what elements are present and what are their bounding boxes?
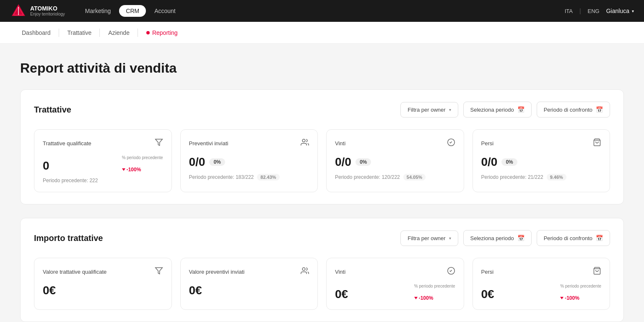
main-content: Report attività di vendita Trattative Fi… [0,44,644,322]
svg-point-4 [302,139,305,142]
prev-pct-badge: 54.05% [403,174,426,181]
card-title: Valore trattative qualificate [43,269,106,275]
prev-pct: -100% [565,295,579,301]
trophy-icon [447,138,455,149]
nav-marketing[interactable]: Marketing [78,5,117,17]
bag-icon [593,138,601,149]
filter-icon [155,138,163,149]
svg-marker-7 [155,268,162,274]
user-name: Gianluca [606,8,629,14]
nav-account[interactable]: Account [148,5,182,17]
subnav-dashboard[interactable]: Dashboard [13,22,59,44]
card-title: Valore preventivi inviati [189,269,245,275]
card-header: Valore preventivi inviati [189,267,309,277]
calendar-icon: 📅 [517,235,525,241]
users-icon [301,267,309,277]
card-title: Vinti [335,269,345,275]
subnav-reporting[interactable]: Reporting [138,22,186,44]
filter-owner-importo[interactable]: Filtra per owner ▾ [400,230,458,246]
card-valore-preventivi: Valore preventivi inviati 0€ [180,258,318,310]
trattative-section: Trattative Filtra per owner ▾ Seleziona … [20,89,624,204]
logo[interactable]: ATOMIKO Enjoy territoriology [10,3,65,19]
filter-period-importo[interactable]: Seleziona periodo 📅 [463,230,532,246]
trattative-cards: Trattative qualificate 0 % periodo prece… [34,129,610,192]
nav-crm[interactable]: CRM [119,5,146,17]
card-vinti-importo: Vinti 0€ % periodo precedente [326,258,464,310]
card-value: 0€ [43,284,56,297]
bag-icon [593,267,601,277]
card-valore-qualificate: Valore trattative qualificate 0€ [34,258,172,310]
lang-eng[interactable]: ENG [588,8,600,14]
importo-cards: Valore trattative qualificate 0€ Valore … [34,258,610,310]
calendar-icon: 📅 [517,106,525,113]
active-dot [146,31,150,34]
filter-period-label: Seleziona periodo [470,235,514,241]
lang-ita[interactable]: ITA [565,8,573,14]
filter-period-trattative[interactable]: Seleziona periodo 📅 [463,102,532,118]
svg-point-8 [302,268,305,271]
brand-name: ATOMIKO [30,5,65,12]
card-header: Trattative qualificate [43,138,163,149]
card-value: 0/0 [335,155,351,169]
card-header: Vinti [335,138,455,149]
prev-pct: -100% [419,295,434,301]
chevron-down-icon: ▾ [632,9,634,13]
prev-pct-badge: 82.43% [257,174,279,181]
main-nav-links: Marketing CRM Account [78,5,182,17]
card-vinti: Vinti 0/0 0% Periodo precedente: 120/222… [326,129,464,192]
user-menu[interactable]: Gianluca ▾ [606,8,634,14]
chevron-down-icon: ▾ [449,107,451,112]
pct-down: -100% [122,167,163,173]
top-nav-right: ITA | ENG Gianluca ▾ [565,8,634,14]
page-title: Report attività di vendita [20,60,624,76]
arrow-down-icon [122,168,125,171]
periodo-precedente: Periodo precedente: 120/222 [335,174,400,180]
subnav-trattative[interactable]: Trattative [59,22,100,44]
prev-label: % periodo precedente [122,155,163,160]
prev-label: % periodo precedente [414,284,455,288]
calendar-icon: 📅 [596,106,603,113]
lang-separator: | [579,8,581,14]
card-trattative-qualificate: Trattative qualificate 0 % periodo prece… [34,129,172,192]
card-badge: 0% [501,158,517,166]
users-icon [301,138,309,149]
subnav-trattative-label: Trattative [68,29,92,36]
pct-down: -100% [414,295,455,301]
card-value: 0/0 [189,155,205,169]
sub-navigation: Dashboard Trattative Aziende Reporting [0,22,644,44]
importo-filters: Filtra per owner ▾ Seleziona periodo 📅 P… [400,230,610,246]
subnav-dashboard-label: Dashboard [22,29,51,36]
card-value-row: 0/0 0% [335,155,455,169]
filter-comparison-trattative[interactable]: Periodo di confronto 📅 [537,102,610,118]
card-title: Persi [481,269,494,275]
filter-comparison-label: Periodo di confronto [544,235,592,241]
card-header: Persi [481,138,602,149]
card-persi-importo: Persi 0€ % periodo precedente [473,258,610,310]
card-title: Preventivi inviati [189,140,229,147]
filter-owner-trattative[interactable]: Filtra per owner ▾ [400,102,458,118]
pct-down: -100% [560,295,601,301]
card-value: 0€ [481,288,494,301]
prev-label: % periodo precedente [560,284,601,288]
card-header: Persi [481,267,602,277]
periodo-precedente: Periodo precedente: 183/222 [189,174,254,180]
card-value-row: 0/0 0% [481,155,602,169]
brand-tagline: Enjoy territoriology [30,12,65,16]
prev-pct-badge: 9.46% [547,174,566,181]
top-nav-left: ATOMIKO Enjoy territoriology Marketing C… [10,3,182,19]
filter-comparison-label: Periodo di confronto [544,107,592,113]
filter-period-label: Seleziona periodo [470,107,514,113]
trattative-header: Trattative Filtra per owner ▾ Seleziona … [34,102,610,118]
card-preventivi-inviati: Preventivi inviati 0/0 0% [180,129,318,192]
calendar-icon: 📅 [596,235,603,241]
importo-title: Importo trattative [34,233,103,243]
card-title: Trattative qualificate [43,140,91,147]
trophy-icon [447,267,455,277]
card-header: Preventivi inviati [189,138,309,149]
filter-comparison-importo[interactable]: Periodo di confronto 📅 [537,230,610,246]
arrow-down-icon [560,297,564,299]
card-header: Valore trattative qualificate [43,267,163,277]
subnav-aziende[interactable]: Aziende [100,22,138,44]
subnav-reporting-label: Reporting [152,29,178,36]
chevron-down-icon: ▾ [449,236,451,241]
